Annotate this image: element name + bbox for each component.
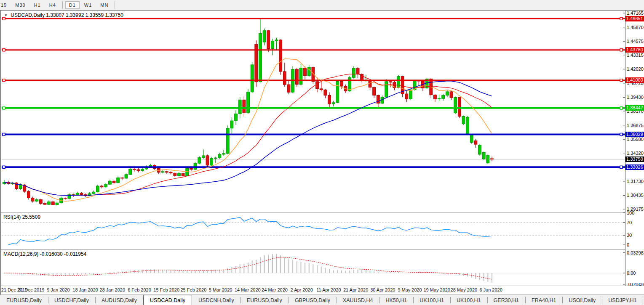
macd-name: MACD(12,26,9)	[3, 251, 38, 257]
tab-usdcnh-daily[interactable]: USDCNH,Daily	[192, 295, 240, 305]
toolbar-separator	[62, 1, 63, 9]
date-label: 6 Feb 2020	[128, 287, 151, 292]
level-anchor[interactable]	[620, 166, 623, 168]
rsi-tick-100: 100	[627, 210, 634, 215]
price-tick-1.47165: 1.47165	[627, 11, 644, 16]
timeframe-button-w1[interactable]: W1	[80, 1, 96, 9]
tab-hk50-h1[interactable]: HK50,H1	[379, 295, 413, 305]
toolbar-separator	[115, 1, 115, 9]
chart-tab-bar: EURUSD,DailyUSDCHF,DailyAUDUSD,DailyUSDC…	[0, 294, 644, 305]
rsi-indicator-plot[interactable]	[1, 212, 625, 249]
macd-label: MACD(12,26,9) -0.016030 -0.011954	[3, 251, 86, 257]
price-axis: 1.471651.458701.445751.433151.420201.407…	[625, 11, 644, 286]
rsi-tick-70: 70	[627, 220, 632, 225]
level-anchor[interactable]	[620, 49, 623, 51]
timeframe-button-15[interactable]: 15	[0, 1, 11, 9]
macd-tick-0: 0.032982	[627, 250, 644, 255]
timeframe-button-d1[interactable]: D1	[65, 1, 80, 9]
tab-eurusd-daily[interactable]: EURUSD,Daily	[0, 295, 48, 305]
price-tick-1.39430: 1.39430	[627, 95, 644, 100]
date-label: 5 Mar 2020	[209, 287, 232, 292]
price-tick-1.42020: 1.42020	[627, 66, 644, 72]
rsi-value: 25.5509	[22, 214, 40, 220]
level-anchor[interactable]	[3, 107, 5, 109]
tab-uk100-h1[interactable]: UK100,H1	[413, 295, 450, 305]
level-price-box-1.43780: 1.43780	[625, 47, 644, 53]
price-tick-1.34320: 1.34320	[627, 151, 644, 156]
date-label: 28 Jan 2020	[100, 287, 126, 292]
date-label: 2 Apr 2020	[291, 287, 313, 292]
chevron-down-icon[interactable]: ▼	[4, 13, 8, 17]
price-chart-plot[interactable]	[1, 11, 625, 212]
date-label: 18 Jan 2020	[72, 287, 98, 292]
timeframe-button-mn[interactable]: MN	[96, 1, 112, 9]
rsi-tick-30: 30	[627, 233, 632, 238]
date-axis: 21 Dec 201931 Dec 20199 Jan 202018 Jan 2…	[1, 286, 644, 295]
price-tick-1.31730: 1.31730	[627, 179, 644, 184]
level-price-box-1.38447: 1.38447	[625, 105, 644, 111]
tab-uk100-h1[interactable]: UK100,H1	[450, 295, 487, 305]
level-anchor[interactable]	[620, 133, 623, 135]
tab-eurusd-daily[interactable]: EURUSD,Daily	[240, 295, 289, 305]
date-label: 15 Feb 2020	[153, 287, 179, 292]
price-tick-1.43315: 1.43315	[627, 53, 644, 58]
tab-ger30-h1[interactable]: GER30,H1	[487, 295, 525, 305]
macd-tick-1: 0.00	[627, 271, 636, 276]
chart-ohlc-values: 1.33807 1.33992 1.33559 1.33750	[46, 12, 123, 18]
level-anchor[interactable]	[620, 17, 623, 20]
panel-splitter[interactable]	[1, 212, 644, 212]
chart-title: ▼ USDCAD,Daily 1.33807 1.33992 1.33559 1…	[4, 12, 123, 18]
price-tick-1.35580: 1.35580	[627, 137, 644, 142]
timeframe-toolbar: 15M30H1H4D1W1MN	[0, 0, 644, 10]
date-label: 28 May 2020	[451, 287, 478, 292]
date-label: 14 Mar 2020	[235, 287, 261, 292]
date-label: 30 Apr 2020	[370, 287, 395, 292]
price-tick-1.44575: 1.44575	[627, 39, 644, 44]
tab-usdcad-daily[interactable]: USDCAD,Daily	[143, 295, 192, 305]
macd-indicator-plot[interactable]	[1, 249, 625, 286]
level-price-box-1.46651: 1.46651	[625, 16, 644, 21]
date-label: 21 Apr 2020	[343, 287, 368, 292]
timeframe-button-m30[interactable]: M30	[11, 1, 29, 9]
date-label: 31 Dec 2019	[18, 287, 44, 292]
tab-gbpusd-daily[interactable]: GBPUSD,Daily	[289, 295, 337, 305]
price-tick-1.30435: 1.30435	[627, 193, 644, 198]
level-anchor[interactable]	[3, 79, 5, 82]
panel-splitter[interactable]	[1, 249, 644, 249]
rsi-line	[8, 217, 492, 245]
date-label: 25 Feb 2020	[181, 287, 207, 292]
date-label: 11 Apr 2020	[316, 287, 341, 292]
current-price-box: 1.33750	[625, 156, 644, 162]
tab-usoil-daily[interactable]: USOil,Daily	[562, 295, 602, 305]
level-anchor[interactable]	[3, 133, 5, 135]
timeframe-button-h4[interactable]: H4	[45, 1, 60, 9]
level-anchor[interactable]	[3, 49, 5, 51]
tab-usdjpy-h1[interactable]: USDJPY,H1	[602, 295, 643, 305]
tab-usdchf-daily[interactable]: USDCHF,Daily	[48, 295, 95, 305]
price-tick-1.45870: 1.45870	[627, 25, 644, 30]
chart-symbol-period: USDCAD,Daily	[11, 12, 45, 18]
date-label: 19 May 2020	[423, 287, 450, 292]
timeframe-button-h1[interactable]: H1	[30, 1, 45, 9]
rsi-label: RSI(14) 25.5509	[3, 214, 40, 220]
level-price-box-1.41000: 1.41000	[625, 77, 644, 83]
date-label: 6 Jun 2020	[479, 287, 502, 292]
candlesticks	[3, 19, 494, 206]
rsi-tick-0: 0	[627, 242, 629, 247]
tab-fra40-h1[interactable]: FRA40,H1	[525, 295, 562, 305]
level-anchor[interactable]	[620, 107, 623, 109]
level-price-box-1.33026: 1.33026	[625, 164, 644, 170]
level-anchor[interactable]	[620, 79, 623, 82]
tab-xauusd-h4[interactable]: XAUUSD,H4	[337, 295, 379, 305]
chart-window[interactable]: 1.471651.458701.445751.433151.420201.407…	[0, 10, 644, 294]
macd-values: -0.016030 -0.011954	[40, 251, 87, 257]
level-anchor[interactable]	[3, 166, 5, 168]
rsi-name: RSI(14)	[3, 214, 21, 220]
date-label: 24 Mar 2020	[262, 287, 288, 292]
price-tick-1.36875: 1.36875	[627, 123, 644, 128]
tab-audusd-daily[interactable]: AUDUSD,Daily	[95, 295, 143, 305]
mt4-terminal: 15M30H1H4D1W1MN 1.471651.458701.445751.4…	[0, 0, 644, 305]
level-price-box-1.36029: 1.36029	[625, 132, 644, 137]
date-label: 9 May 2020	[398, 287, 422, 292]
date-label: 9 Jan 2020	[47, 287, 69, 292]
